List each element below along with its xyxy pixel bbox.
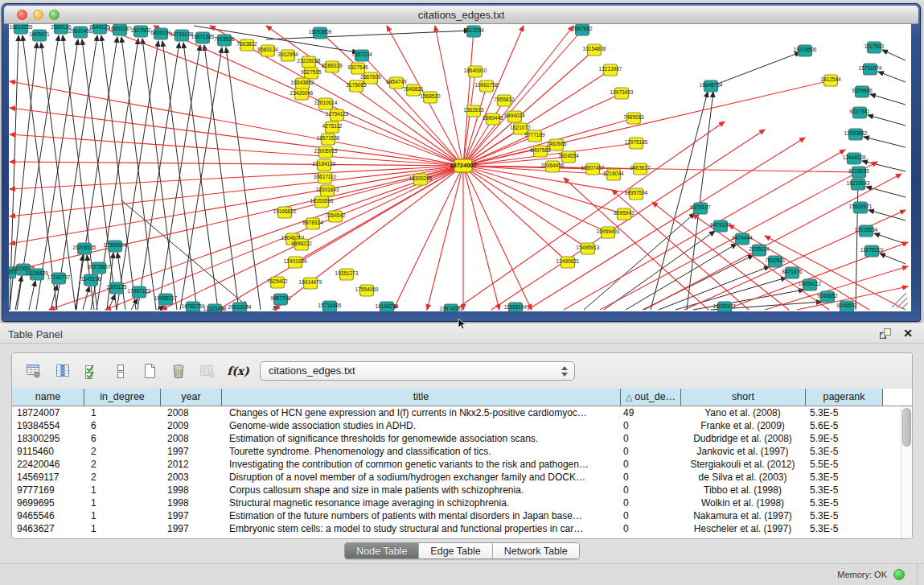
- resize-grip[interactable]: [897, 298, 907, 308]
- graph-node[interactable]: 6216044: [603, 169, 624, 180]
- graph-node[interactable]: 6494024: [504, 111, 525, 122]
- graph-node[interactable]: 9327505: [301, 68, 322, 79]
- scrollbar-thumb[interactable]: [902, 408, 911, 447]
- delete-column-button[interactable]: [166, 359, 191, 383]
- column-header-title[interactable]: title: [221, 389, 620, 406]
- graph-node[interactable]: 12754113: [326, 109, 349, 121]
- graph-node[interactable]: 6497568: [530, 146, 551, 157]
- graph-node[interactable]: 20913104: [228, 303, 252, 311]
- graph-node[interactable]: 8215935: [848, 167, 869, 178]
- graph-node[interactable]: 8649125: [89, 24, 110, 34]
- tab-node-table[interactable]: Node Table: [345, 543, 418, 558]
- graph-node[interactable]: 1568520: [420, 92, 441, 103]
- table-row[interactable]: 946362711997Embryonic stem cells: a mode…: [12, 522, 901, 535]
- table-row[interactable]: 911546021997Tourette syndrome. Phenomeno…: [12, 445, 901, 458]
- graph-node[interactable]: 23226038: [298, 56, 321, 68]
- graph-node[interactable]: 15751074: [859, 64, 882, 75]
- table-row[interactable]: 2242004622012Investigating the contribut…: [12, 458, 901, 471]
- graph-node[interactable]: 3912954: [277, 50, 298, 61]
- graph-node[interactable]: 12401934: [284, 257, 307, 268]
- graph-node[interactable]: 15932971: [849, 202, 873, 213]
- graph-node[interactable]: 17242737: [47, 273, 71, 284]
- unselect-all-button[interactable]: [109, 359, 133, 383]
- graph-node[interactable]: 12975185: [625, 138, 648, 149]
- graph-node[interactable]: 9777169: [524, 130, 545, 142]
- graph-node[interactable]: 12323468: [203, 304, 227, 311]
- resize-grip[interactable]: [901, 303, 908, 309]
- graph-node[interactable]: 7663822: [236, 39, 257, 51]
- graph-node[interactable]: 1145193: [81, 274, 101, 286]
- graph-node[interactable]: 16543862: [291, 78, 314, 89]
- graph-node[interactable]: 9463627: [630, 163, 651, 175]
- network-canvas[interactable]: 1661923514055712089126206914068649125168…: [9, 24, 911, 311]
- graph-node[interactable]: 7264542: [325, 211, 346, 222]
- graph-node[interactable]: 9227341: [849, 107, 870, 118]
- graph-node[interactable]: 16959493: [597, 227, 620, 238]
- graph-node[interactable]: 17957223: [128, 286, 151, 298]
- graph-node[interactable]: 1117503: [864, 42, 885, 53]
- graph-node[interactable]: 23420046: [290, 89, 314, 100]
- column-header-in_degree[interactable]: in_degree: [84, 389, 160, 406]
- show-columns-button[interactable]: [51, 359, 75, 383]
- graph-node[interactable]: 8878314: [302, 218, 323, 229]
- graph-node[interactable]: 15495913: [577, 243, 600, 254]
- table-row[interactable]: 1830029562008Estimation of significance …: [12, 432, 901, 445]
- graph-node[interactable]: 8660124: [257, 45, 278, 56]
- graph-node[interactable]: 9898222: [291, 239, 312, 250]
- tab-edge-table[interactable]: Edge Table: [418, 543, 491, 558]
- graph-node[interactable]: 7357234: [351, 50, 372, 61]
- graph-node[interactable]: 2687682: [572, 24, 593, 35]
- graph-node[interactable]: 11156829: [26, 269, 48, 280]
- table-row[interactable]: 977716911998Corpus callosum shape and si…: [12, 484, 901, 496]
- graph-node[interactable]: 12444128: [843, 153, 866, 164]
- graph-node[interactable]: 23184120: [313, 159, 336, 171]
- graph-node[interactable]: 18640910: [464, 66, 487, 77]
- table-row[interactable]: 1872400712008Changes of HCN gene express…: [12, 406, 901, 419]
- graph-node[interactable]: 9474444: [732, 233, 753, 245]
- graph-node[interactable]: 16671385: [191, 32, 215, 43]
- graph-node[interactable]: 8186328: [322, 61, 343, 72]
- graph-node[interactable]: 7625402: [267, 277, 288, 288]
- tab-network-table[interactable]: Network Table: [492, 543, 579, 558]
- graph-node[interactable]: 16092471: [713, 302, 737, 311]
- column-header-year[interactable]: year: [160, 389, 221, 406]
- close-panel-icon[interactable]: ✕: [903, 327, 913, 340]
- column-header-out_de[interactable]: △out_de…: [620, 389, 680, 406]
- graph-node[interactable]: 30975857: [88, 262, 111, 274]
- graph-node[interactable]: 18301843: [316, 185, 339, 196]
- graph-node[interactable]: 6479197: [710, 220, 731, 232]
- table-row[interactable]: 946554611997Estimation of the future num…: [12, 509, 901, 522]
- graph-node[interactable]: 10654112: [799, 279, 822, 290]
- graph-node[interactable]: 3175085: [346, 80, 367, 92]
- graph-node[interactable]: 7485063: [623, 113, 644, 124]
- graph-node[interactable]: 19218506: [794, 45, 817, 56]
- graph-node[interactable]: 11675310: [860, 245, 884, 257]
- graph-node[interactable]: 20206535: [73, 243, 97, 254]
- table-row[interactable]: 969969511998Structural magnetic resonanc…: [12, 496, 901, 509]
- function-builder-button[interactable]: f(x): [224, 365, 252, 377]
- graph-node[interactable]: 10958117: [154, 294, 178, 305]
- graph-node[interactable]: 18353593: [310, 196, 334, 208]
- graph-node[interactable]: 10719138: [170, 30, 194, 41]
- graph-node[interactable]: 17554069: [355, 285, 379, 296]
- column-header-short[interactable]: short: [680, 389, 805, 406]
- graph-node[interactable]: 1505125: [106, 282, 127, 294]
- graph-node[interactable]: 9329966: [852, 86, 873, 97]
- graph-node[interactable]: 6379197: [690, 203, 711, 214]
- graph-node[interactable]: 1812544: [820, 75, 841, 86]
- table-row[interactable]: 1938455462009Genome-wide association stu…: [12, 419, 901, 432]
- graph-node[interactable]: 8813054: [463, 26, 484, 37]
- table-row[interactable]: 1456911722003Disruption of a novel membe…: [12, 471, 901, 484]
- delete-table-button[interactable]: [195, 359, 220, 383]
- graph-node[interactable]: 19571536: [317, 134, 340, 145]
- window-titlebar[interactable]: citations_edges.txt: [4, 6, 918, 24]
- graph-node[interactable]: 10974391: [440, 304, 463, 311]
- new-column-button[interactable]: [138, 359, 162, 383]
- table-mode-button[interactable]: [22, 359, 46, 383]
- table-select-combobox[interactable]: citations_edges.txt: [260, 361, 575, 381]
- graph-node[interactable]: 6466161: [150, 28, 171, 39]
- float-window-icon[interactable]: [879, 328, 892, 340]
- column-header-pagerank[interactable]: pagerank: [805, 389, 882, 406]
- graph-node[interactable]: 4275112: [322, 122, 343, 133]
- graph-node[interactable]: 1362615: [463, 105, 484, 117]
